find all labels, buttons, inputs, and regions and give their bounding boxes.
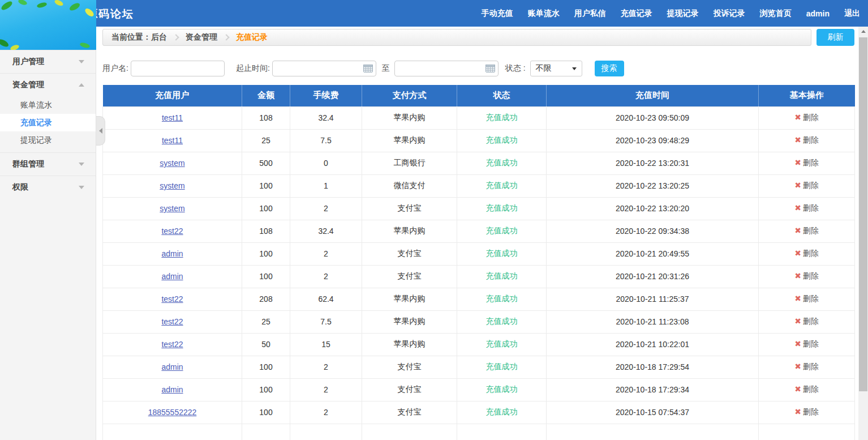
sidebar-group-fund-mgmt: 资金管理账单流水充值记录提现记录 (0, 73, 96, 152)
user-link[interactable]: admin (161, 249, 183, 258)
status-text: 充值成功 (486, 181, 518, 190)
vertical-scrollbar[interactable] (858, 27, 868, 440)
scrollbar-up-button[interactable] (858, 27, 868, 36)
user-link[interactable]: test11 (162, 113, 183, 122)
cell-method: 苹果内购 (362, 288, 457, 310)
user-link[interactable]: test22 (161, 227, 183, 236)
cell-time: 2020-10-22 13:20:31 (547, 152, 759, 174)
refresh-button[interactable]: 刷新 (817, 29, 854, 46)
cell-action: ✖删除 (759, 265, 855, 288)
delete-button[interactable]: ✖删除 (794, 339, 819, 348)
cell-time: 2020-10-21 10:22:01 (547, 333, 759, 356)
user-link[interactable]: system (160, 181, 184, 190)
user-link[interactable]: admin (161, 362, 183, 371)
sidebar-item-permission[interactable]: 权限 (0, 176, 96, 199)
user-link[interactable]: test22 (161, 340, 183, 349)
breadcrumb-item-2[interactable]: 充值记录 (236, 32, 268, 42)
delete-x-icon: ✖ (794, 294, 801, 303)
nav-item-complaint-record[interactable]: 投诉记录 (714, 8, 745, 19)
cell-fee: 32.4 (290, 106, 362, 129)
delete-x-icon: ✖ (794, 271, 801, 280)
delete-button[interactable]: ✖删除 (794, 271, 819, 280)
table-row: system1002支付宝充值成功2020-10-22 13:20:20✖删除 (103, 197, 855, 220)
delete-label: 删除 (803, 385, 819, 394)
sidebar-item-withdraw-record[interactable]: 提现记录 (0, 131, 96, 149)
delete-x-icon: ✖ (794, 407, 801, 416)
user-link[interactable]: admin (161, 385, 183, 394)
cell-user: system (103, 152, 242, 174)
collapse-left-icon (99, 128, 102, 134)
sidebar-group-label: 资金管理 (12, 80, 44, 90)
delete-button[interactable]: ✖删除 (794, 158, 819, 167)
delete-button[interactable]: ✖删除 (794, 317, 819, 326)
cell-user: test22 (103, 220, 242, 242)
breadcrumb-item-1[interactable]: 资金管理 (186, 32, 217, 42)
delete-label: 删除 (803, 271, 819, 280)
nav-item-manual-recharge[interactable]: 手动充值 (482, 8, 513, 19)
table-row: test2210832.4苹果内购充值成功2020-10-22 09:34:38… (103, 220, 855, 242)
user-link[interactable]: system (160, 159, 184, 168)
scrollbar-thumb[interactable] (859, 37, 867, 391)
sidebar-item-user-mgmt[interactable]: 用户管理 (0, 50, 96, 73)
nav-item-recharge-record[interactable]: 充值记录 (621, 8, 652, 19)
delete-button[interactable]: ✖删除 (794, 362, 819, 371)
delete-button[interactable]: ✖删除 (794, 181, 819, 190)
delete-button[interactable]: ✖删除 (794, 226, 819, 235)
delete-button[interactable]: ✖删除 (794, 135, 819, 144)
sidebar-item-group-mgmt[interactable]: 群组管理 (0, 153, 96, 176)
table-row: 188555522221002支付宝充值成功2020-10-15 07:54:3… (103, 401, 855, 424)
user-link[interactable]: system (160, 204, 184, 213)
calendar-icon[interactable] (363, 65, 373, 72)
cell-method: 苹果内购 (362, 220, 457, 242)
sidebar-item-fund-mgmt[interactable]: 资金管理 (0, 74, 96, 96)
user-link[interactable]: admin (161, 272, 183, 281)
table-row: test22257.5苹果内购充值成功2020-10-21 11:23:08✖删… (103, 310, 855, 333)
date-to-input[interactable] (394, 61, 499, 76)
cell-status: 充值成功 (457, 152, 547, 174)
search-button[interactable]: 搜索 (595, 61, 624, 76)
cell-amount: 25 (242, 310, 290, 333)
delete-button[interactable]: ✖删除 (794, 407, 819, 416)
nav-item-logout[interactable]: 退出 (844, 8, 860, 19)
nav-item-user-message[interactable]: 用户私信 (574, 8, 606, 19)
cell-status: 充值成功 (457, 378, 547, 401)
cell-amount: 108 (242, 220, 290, 242)
username-input[interactable] (131, 61, 225, 76)
cell-method: 支付宝 (362, 401, 457, 424)
user-link[interactable]: test22 (161, 317, 183, 326)
table-row-partial (103, 424, 855, 440)
sidebar-collapse-handle[interactable] (96, 116, 105, 146)
delete-button[interactable]: ✖删除 (794, 249, 819, 258)
sidebar-group-permission: 权限 (0, 176, 96, 199)
user-link[interactable]: test11 (162, 136, 183, 145)
cell-fee: 2 (290, 197, 362, 220)
cell-time: 2020-10-21 11:25:37 (547, 288, 759, 310)
delete-button[interactable]: ✖删除 (794, 294, 819, 303)
status-text: 充值成功 (486, 294, 518, 303)
table-row: system1001微信支付充值成功2020-10-22 13:20:25✖删除 (103, 174, 855, 197)
user-link[interactable]: 18855552222 (148, 408, 197, 417)
sidebar-item-recharge-record[interactable]: 充值记录 (0, 114, 96, 131)
cell-method: 支付宝 (362, 242, 457, 265)
cell-fee: 1 (290, 174, 362, 197)
nav-item-browse-home[interactable]: 浏览首页 (760, 8, 792, 19)
delete-label: 删除 (803, 203, 819, 212)
filter-bar: 用户名: 起止时间: 至 (102, 61, 854, 76)
date-from-input[interactable] (272, 61, 376, 76)
table-row: test2220862.4苹果内购充值成功2020-10-21 11:25:37… (103, 288, 855, 310)
delete-button[interactable]: ✖删除 (794, 385, 819, 394)
sidebar-item-bill-flow[interactable]: 账单流水 (0, 96, 96, 114)
delete-button[interactable]: ✖删除 (794, 203, 819, 212)
nav-item-admin[interactable]: admin (806, 9, 830, 18)
delete-button[interactable]: ✖删除 (794, 113, 819, 122)
nav-item-bill-flow[interactable]: 账单流水 (528, 8, 560, 19)
cell-time: 2020-10-21 20:31:26 (547, 265, 759, 288)
calendar-icon[interactable] (485, 65, 495, 72)
cell-method: 微信支付 (362, 174, 457, 197)
user-link[interactable]: test22 (161, 294, 183, 304)
nav-item-withdraw-record[interactable]: 提现记录 (667, 8, 699, 19)
cell-empty (457, 424, 547, 440)
cell-status: 充值成功 (457, 129, 547, 152)
status-select[interactable]: 不限 (530, 61, 582, 76)
cell-fee: 2 (290, 242, 362, 265)
